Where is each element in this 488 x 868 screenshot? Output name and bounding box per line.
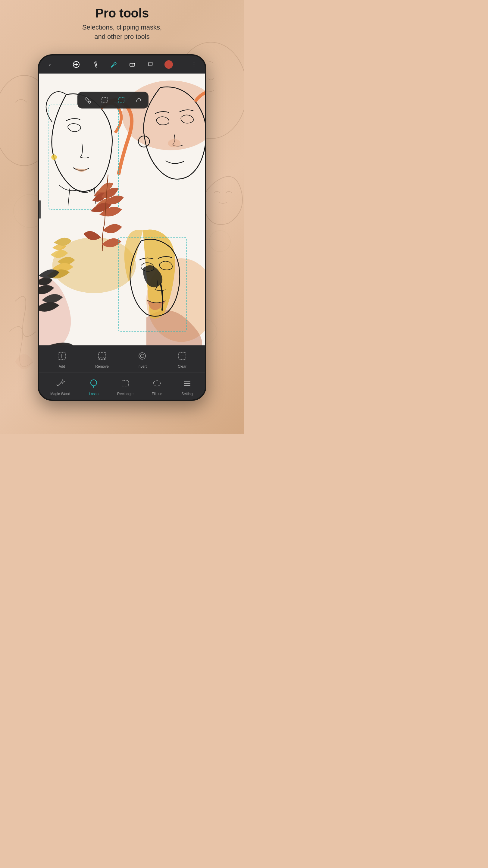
- setting-tool[interactable]: Setting: [181, 377, 194, 396]
- lasso-label: Lasso: [89, 392, 98, 396]
- magic-wand-tool[interactable]: Magic Wand: [50, 377, 70, 396]
- invert-label: Invert: [138, 364, 147, 369]
- svg-point-31: [140, 354, 144, 358]
- bottom-tool-bar: Magic Wand Lasso Rectangle: [39, 373, 205, 400]
- svg-point-38: [153, 381, 161, 386]
- page-title: Pro tools: [0, 6, 244, 21]
- svg-point-36: [91, 380, 97, 386]
- bottom-action-bar: Add Remove Invert: [39, 345, 205, 373]
- svg-line-34: [58, 382, 61, 386]
- clear-action[interactable]: Clear: [175, 349, 189, 369]
- brush-button[interactable]: [108, 59, 119, 70]
- eraser-button[interactable]: [127, 59, 137, 70]
- svg-point-20: [51, 154, 57, 160]
- ellipse-label: Ellipse: [152, 392, 162, 396]
- lasso-tool[interactable]: Lasso: [87, 377, 100, 396]
- rectangle-tool[interactable]: Rectangle: [117, 377, 133, 396]
- canvas-artwork: [39, 73, 205, 345]
- add-action-icon: [55, 349, 68, 363]
- back-button[interactable]: ‹: [45, 59, 55, 70]
- remove-action-icon: [96, 349, 109, 363]
- freehand-tool[interactable]: [133, 95, 144, 105]
- rect-select-tool[interactable]: [99, 95, 110, 105]
- svg-line-35: [57, 384, 58, 386]
- rectangle-label: Rectangle: [117, 392, 133, 396]
- setting-label: Setting: [181, 392, 193, 396]
- add-action[interactable]: Add: [55, 349, 68, 369]
- ellipse-tool[interactable]: Ellipse: [150, 377, 164, 396]
- remove-label: Remove: [95, 364, 109, 369]
- canvas-area[interactable]: [39, 73, 205, 345]
- clear-label: Clear: [178, 364, 187, 369]
- remove-action[interactable]: Remove: [95, 349, 109, 369]
- setting-icon: [181, 377, 194, 390]
- svg-point-4: [209, 230, 230, 252]
- flood-fill-tool[interactable]: [82, 95, 93, 105]
- device-inner: ‹ ⋮: [39, 56, 205, 400]
- magic-wand-icon: [54, 377, 67, 390]
- lasso-icon: [87, 377, 100, 390]
- svg-point-30: [139, 352, 145, 359]
- more-button[interactable]: ⋮: [189, 59, 199, 70]
- device-frame: ‹ ⋮: [38, 54, 206, 401]
- rectangle-icon: [119, 377, 132, 390]
- magic-wand-label: Magic Wand: [50, 392, 70, 396]
- top-toolbar: ‹ ⋮: [39, 56, 205, 73]
- clear-action-icon: [175, 349, 189, 363]
- svg-rect-37: [122, 381, 129, 386]
- side-handle: [39, 200, 41, 218]
- page-subtitle: Selections, clipping masks,and other pro…: [0, 23, 244, 41]
- color-picker[interactable]: [164, 60, 173, 69]
- add-button[interactable]: [71, 59, 82, 70]
- app-screen: ‹ ⋮: [39, 56, 205, 400]
- svg-rect-15: [119, 97, 124, 103]
- layers-button[interactable]: [146, 59, 156, 70]
- svg-point-22: [168, 139, 181, 147]
- svg-rect-14: [102, 97, 107, 103]
- page-header: Pro tools Selections, clipping masks,and…: [0, 6, 244, 41]
- wrench-button[interactable]: [90, 59, 100, 70]
- lasso-select-tool[interactable]: [116, 95, 127, 105]
- invert-action-icon: [135, 349, 149, 363]
- add-label: Add: [59, 364, 65, 369]
- ellipse-icon: [150, 377, 164, 390]
- selection-popup: [77, 92, 149, 108]
- invert-action[interactable]: Invert: [135, 349, 149, 369]
